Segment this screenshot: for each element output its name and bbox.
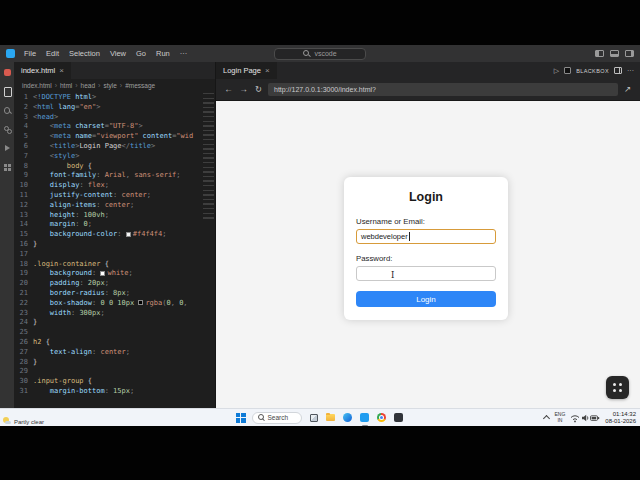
- taskbar-clock[interactable]: 01:14:32 08-01-2026: [605, 411, 636, 425]
- code-line[interactable]: 12 align-items: center;: [14, 201, 215, 211]
- code-line[interactable]: 25: [14, 328, 215, 338]
- password-input[interactable]: I: [356, 266, 496, 281]
- file-explorer-icon[interactable]: [324, 411, 338, 425]
- split-editor-icon[interactable]: [614, 67, 622, 74]
- chrome-icon[interactable]: [375, 411, 389, 425]
- blackbox-label[interactable]: BLACKBOX: [576, 68, 609, 74]
- code-line[interactable]: 16}: [14, 240, 215, 250]
- code-line[interactable]: 9 font-family: Arial, sans-serif;: [14, 171, 215, 181]
- code-line[interactable]: 13 height: 100vh;: [14, 211, 215, 221]
- breadcrumb-item[interactable]: index.html: [22, 82, 52, 89]
- code-line[interactable]: 11 justify-content: center;: [14, 191, 215, 201]
- code-line[interactable]: 21 border-radius: 8px;: [14, 289, 215, 299]
- language-indicator[interactable]: ENG IN: [554, 412, 565, 423]
- toggle-sidebar-icon[interactable]: [595, 50, 604, 57]
- menu-more[interactable]: ···: [175, 49, 193, 58]
- code-line[interactable]: 27 text-align: center;: [14, 348, 215, 358]
- code-line[interactable]: 6 <title>Login Page</title>: [14, 142, 215, 152]
- taskbar-apps: [307, 411, 406, 425]
- code-line[interactable]: 29: [14, 367, 215, 377]
- breadcrumb-item[interactable]: #message: [125, 82, 155, 89]
- code-line[interactable]: 5 <meta name="viewport" content="wid: [14, 132, 215, 142]
- menu-edit[interactable]: Edit: [41, 49, 64, 58]
- line-number: 15: [14, 230, 33, 240]
- code-line[interactable]: 7 <style>: [14, 152, 215, 162]
- code-line[interactable]: 28}: [14, 358, 215, 368]
- login-button[interactable]: Login: [356, 291, 496, 307]
- forward-icon[interactable]: →: [238, 84, 249, 95]
- more-actions-icon[interactable]: ···: [627, 67, 634, 74]
- browser-pane: Login Page × ▷ BLACKBOX ··· ← → ↻ http:/…: [216, 62, 640, 408]
- breadcrumb-item[interactable]: head: [81, 82, 95, 89]
- code-line[interactable]: 3<head>: [14, 113, 215, 123]
- taskbar-search-label: Search: [268, 414, 289, 421]
- code-line[interactable]: 14 margin: 0;: [14, 220, 215, 230]
- close-icon[interactable]: ×: [59, 67, 64, 75]
- source-control-icon[interactable]: [3, 125, 12, 134]
- code-line[interactable]: 26h2 {: [14, 338, 215, 348]
- ibeam-cursor-icon: I: [391, 270, 394, 280]
- code-line[interactable]: 19 background: white;: [14, 269, 215, 279]
- search-sidebar-icon[interactable]: [3, 106, 12, 115]
- code-lines: 1<!DOCTYPE html>2<html lang="en">3<head>…: [14, 93, 215, 397]
- blackbox-widget[interactable]: [606, 376, 629, 399]
- code-line[interactable]: 17: [14, 250, 215, 260]
- close-icon[interactable]: ×: [265, 67, 270, 75]
- tab-login-page[interactable]: Login Page ×: [216, 62, 278, 79]
- toggle-secondary-sidebar-icon[interactable]: [625, 50, 634, 57]
- code-line[interactable]: 24}: [14, 318, 215, 328]
- breadcrumb-item[interactable]: style: [103, 82, 116, 89]
- username-input[interactable]: webdeveloper: [356, 229, 496, 244]
- wifi-icon: [571, 415, 579, 422]
- line-number: 19: [14, 269, 33, 279]
- username-value: webdeveloper: [361, 232, 408, 241]
- code-line[interactable]: 31 margin-bottom: 15px;: [14, 387, 215, 397]
- line-number: 27: [14, 348, 33, 358]
- code-line[interactable]: 1<!DOCTYPE html>: [14, 93, 215, 103]
- edge-icon[interactable]: [341, 411, 355, 425]
- toggle-panel-icon[interactable]: [610, 50, 619, 57]
- terminal-icon[interactable]: [392, 411, 406, 425]
- menu-selection[interactable]: Selection: [64, 49, 105, 58]
- back-icon[interactable]: ←: [223, 84, 234, 95]
- code-line[interactable]: 8 body {: [14, 162, 215, 172]
- command-center-search[interactable]: vscode: [274, 48, 366, 60]
- menu-run[interactable]: Run: [151, 49, 175, 58]
- code-line[interactable]: 18.login-container {: [14, 260, 215, 270]
- url-bar[interactable]: http://127.0.0.1:3000/index.html?: [268, 83, 618, 96]
- start-button[interactable]: [235, 412, 247, 424]
- code-line[interactable]: 4 <meta charset="UTF-8">: [14, 122, 215, 132]
- menu-go[interactable]: Go: [131, 49, 151, 58]
- line-number: 22: [14, 299, 33, 309]
- line-number: 31: [14, 387, 33, 397]
- tray-status-icons[interactable]: [570, 413, 600, 423]
- code-line[interactable]: 10 display: flex;: [14, 181, 215, 191]
- browser-navbar: ← → ↻ http://127.0.0.1:3000/index.html? …: [216, 79, 640, 101]
- breadcrumb-item[interactable]: html: [60, 82, 72, 89]
- run-icon[interactable]: ▷: [554, 67, 559, 75]
- code-line[interactable]: 15 background-color: #f4f4f4;: [14, 230, 215, 240]
- code-line[interactable]: 20 padding: 20px;: [14, 279, 215, 289]
- reload-icon[interactable]: ↻: [253, 84, 264, 95]
- letterbox-bottom: [0, 426, 640, 480]
- code-editor[interactable]: 1<!DOCTYPE html>2<html lang="en">3<head>…: [14, 91, 215, 408]
- code-line[interactable]: 22 box-shadow: 0 0 10px rgba(0, 0,: [14, 299, 215, 309]
- run-debug-icon[interactable]: [3, 144, 12, 153]
- open-external-icon[interactable]: ↗: [622, 84, 633, 95]
- menu-file[interactable]: File: [19, 49, 41, 58]
- explorer-icon[interactable]: [3, 87, 12, 96]
- line-number: 30: [14, 377, 33, 387]
- task-view-icon[interactable]: [307, 411, 321, 425]
- code-line[interactable]: 2<html lang="en">: [14, 103, 215, 113]
- tray-chevron-icon[interactable]: [543, 415, 550, 422]
- line-number: 5: [14, 132, 33, 142]
- taskbar-search[interactable]: Search: [252, 412, 302, 424]
- extensions-icon[interactable]: [3, 163, 12, 172]
- menu-view[interactable]: View: [105, 49, 131, 58]
- minimap[interactable]: [203, 93, 214, 221]
- login-card: Login Username or Email: webdeveloper Pa…: [344, 177, 508, 320]
- vscode-icon[interactable]: [358, 411, 372, 425]
- code-line[interactable]: 30.input-group {: [14, 377, 215, 387]
- code-line[interactable]: 23 width: 300px;: [14, 309, 215, 319]
- tab-index-html[interactable]: index.html ×: [14, 62, 72, 79]
